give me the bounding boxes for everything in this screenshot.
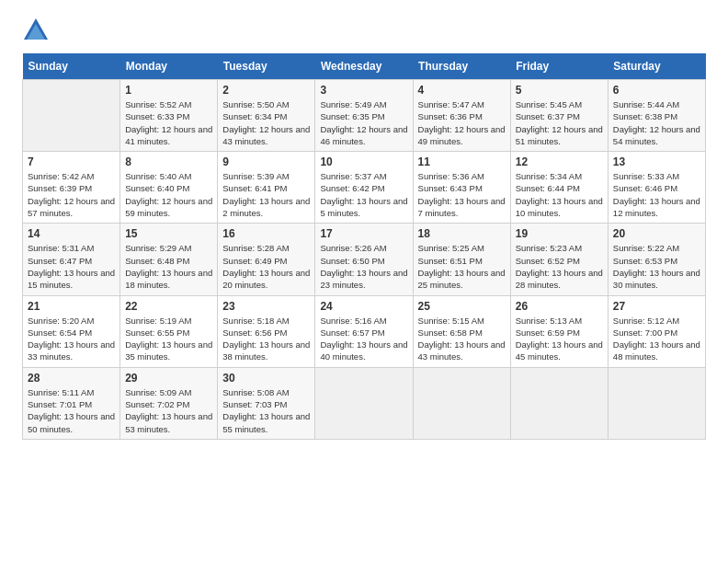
day-number: 6 [613,84,700,97]
day-info: Sunrise: 5:18 AMSunset: 6:56 PMDaylight:… [222,315,310,363]
header-saturday: Saturday [608,53,705,80]
calendar-cell: 13Sunrise: 5:33 AMSunset: 6:46 PMDayligh… [608,152,705,224]
weekday-header-row: Sunday Monday Tuesday Wednesday Thursday… [23,53,706,80]
day-info: Sunrise: 5:45 AMSunset: 6:37 PMDaylight:… [516,98,603,147]
day-number: 9 [222,155,310,168]
calendar-cell: 15Sunrise: 5:29 AMSunset: 6:48 PMDayligh… [120,224,218,295]
calendar-cell: 20Sunrise: 5:22 AMSunset: 6:53 PMDayligh… [608,224,705,295]
calendar-cell: 18Sunrise: 5:25 AMSunset: 6:51 PMDayligh… [413,224,510,295]
calendar-cell: 7Sunrise: 5:42 AMSunset: 6:39 PMDaylight… [23,152,120,224]
day-info: Sunrise: 5:11 AMSunset: 7:01 PMDaylight:… [28,386,115,435]
day-number: 7 [28,155,115,168]
day-number: 20 [613,227,700,240]
calendar-cell: 17Sunrise: 5:26 AMSunset: 6:50 PMDayligh… [315,224,413,295]
calendar-cell: 30Sunrise: 5:08 AMSunset: 7:03 PMDayligh… [218,367,315,439]
calendar-cell: 10Sunrise: 5:37 AMSunset: 6:42 PMDayligh… [315,152,413,224]
day-info: Sunrise: 5:26 AMSunset: 6:50 PMDaylight:… [320,242,407,291]
day-info: Sunrise: 5:25 AMSunset: 6:51 PMDaylight:… [418,242,506,291]
day-number: 27 [613,300,700,313]
day-number: 16 [222,227,310,240]
header-friday: Friday [510,53,608,80]
day-number: 8 [125,155,212,168]
day-info: Sunrise: 5:19 AMSunset: 6:55 PMDaylight:… [125,315,212,363]
day-info: Sunrise: 5:42 AMSunset: 6:39 PMDaylight:… [28,170,115,219]
calendar-row: 7Sunrise: 5:42 AMSunset: 6:39 PMDaylight… [23,152,706,224]
day-info: Sunrise: 5:44 AMSunset: 6:38 PMDaylight:… [613,98,700,147]
calendar-cell: 29Sunrise: 5:09 AMSunset: 7:02 PMDayligh… [120,367,218,439]
day-info: Sunrise: 5:40 AMSunset: 6:40 PMDaylight:… [125,170,212,219]
page-header [0,0,728,53]
calendar-row: 28Sunrise: 5:11 AMSunset: 7:01 PMDayligh… [23,367,706,439]
day-info: Sunrise: 5:34 AMSunset: 6:44 PMDaylight:… [516,170,603,219]
day-number: 12 [516,155,603,168]
calendar-cell: 19Sunrise: 5:23 AMSunset: 6:52 PMDayligh… [510,224,608,295]
calendar-cell: 12Sunrise: 5:34 AMSunset: 6:44 PMDayligh… [510,152,608,224]
day-number: 13 [613,155,700,168]
day-info: Sunrise: 5:09 AMSunset: 7:02 PMDaylight:… [125,386,212,435]
calendar-cell: 3Sunrise: 5:49 AMSunset: 6:35 PMDaylight… [315,80,413,152]
calendar-cell [608,367,705,439]
header-monday: Monday [120,53,218,80]
calendar-cell: 6Sunrise: 5:44 AMSunset: 6:38 PMDaylight… [608,80,705,152]
day-number: 19 [516,227,603,240]
logo-icon [22,17,50,44]
calendar-table: Sunday Monday Tuesday Wednesday Thursday… [22,53,706,440]
day-number: 3 [320,84,407,97]
calendar-cell: 14Sunrise: 5:31 AMSunset: 6:47 PMDayligh… [23,224,120,295]
calendar-cell: 26Sunrise: 5:13 AMSunset: 6:59 PMDayligh… [510,295,608,367]
day-number: 25 [418,300,506,313]
day-info: Sunrise: 5:31 AMSunset: 6:47 PMDaylight:… [28,242,115,291]
day-info: Sunrise: 5:39 AMSunset: 6:41 PMDaylight:… [222,170,310,219]
day-number: 30 [222,372,310,385]
day-info: Sunrise: 5:12 AMSunset: 7:00 PMDaylight:… [613,315,700,363]
calendar-cell: 16Sunrise: 5:28 AMSunset: 6:49 PMDayligh… [218,224,315,295]
calendar-cell [510,367,608,439]
day-info: Sunrise: 5:37 AMSunset: 6:42 PMDaylight:… [320,170,407,219]
calendar-cell: 4Sunrise: 5:47 AMSunset: 6:36 PMDaylight… [413,80,510,152]
day-info: Sunrise: 5:49 AMSunset: 6:35 PMDaylight:… [320,98,407,147]
day-number: 14 [28,227,115,240]
day-number: 11 [418,155,506,168]
calendar-row: 14Sunrise: 5:31 AMSunset: 6:47 PMDayligh… [23,224,706,295]
calendar-container: Sunday Monday Tuesday Wednesday Thursday… [0,53,728,456]
day-number: 28 [28,372,115,385]
calendar-cell: 5Sunrise: 5:45 AMSunset: 6:37 PMDaylight… [510,80,608,152]
day-info: Sunrise: 5:23 AMSunset: 6:52 PMDaylight:… [516,242,603,291]
calendar-cell: 25Sunrise: 5:15 AMSunset: 6:58 PMDayligh… [413,295,510,367]
day-number: 22 [125,300,212,313]
day-info: Sunrise: 5:16 AMSunset: 6:57 PMDaylight:… [320,315,407,363]
day-info: Sunrise: 5:22 AMSunset: 6:53 PMDaylight:… [613,242,700,291]
calendar-cell: 23Sunrise: 5:18 AMSunset: 6:56 PMDayligh… [218,295,315,367]
day-info: Sunrise: 5:47 AMSunset: 6:36 PMDaylight:… [418,98,506,147]
day-info: Sunrise: 5:50 AMSunset: 6:34 PMDaylight:… [222,98,310,147]
calendar-cell: 24Sunrise: 5:16 AMSunset: 6:57 PMDayligh… [315,295,413,367]
day-number: 10 [320,155,407,168]
day-info: Sunrise: 5:29 AMSunset: 6:48 PMDaylight:… [125,242,212,291]
calendar-cell [315,367,413,439]
calendar-cell [23,80,120,152]
calendar-cell: 1Sunrise: 5:52 AMSunset: 6:33 PMDaylight… [120,80,218,152]
calendar-row: 21Sunrise: 5:20 AMSunset: 6:54 PMDayligh… [23,295,706,367]
day-number: 1 [125,84,212,97]
calendar-row: 1Sunrise: 5:52 AMSunset: 6:33 PMDaylight… [23,80,706,152]
header-thursday: Thursday [413,53,510,80]
calendar-cell: 9Sunrise: 5:39 AMSunset: 6:41 PMDaylight… [218,152,315,224]
calendar-cell: 2Sunrise: 5:50 AMSunset: 6:34 PMDaylight… [218,80,315,152]
calendar-cell: 28Sunrise: 5:11 AMSunset: 7:01 PMDayligh… [23,367,120,439]
calendar-cell: 8Sunrise: 5:40 AMSunset: 6:40 PMDaylight… [120,152,218,224]
day-info: Sunrise: 5:13 AMSunset: 6:59 PMDaylight:… [516,315,603,363]
day-number: 29 [125,372,212,385]
calendar-cell: 21Sunrise: 5:20 AMSunset: 6:54 PMDayligh… [23,295,120,367]
day-number: 23 [222,300,310,313]
calendar-cell: 27Sunrise: 5:12 AMSunset: 7:00 PMDayligh… [608,295,705,367]
day-number: 2 [222,84,310,97]
day-number: 15 [125,227,212,240]
day-info: Sunrise: 5:08 AMSunset: 7:03 PMDaylight:… [222,386,310,435]
day-info: Sunrise: 5:33 AMSunset: 6:46 PMDaylight:… [613,170,700,219]
day-number: 24 [320,300,407,313]
calendar-cell: 11Sunrise: 5:36 AMSunset: 6:43 PMDayligh… [413,152,510,224]
day-info: Sunrise: 5:28 AMSunset: 6:49 PMDaylight:… [222,242,310,291]
day-number: 5 [516,84,603,97]
day-info: Sunrise: 5:36 AMSunset: 6:43 PMDaylight:… [418,170,506,219]
header-sunday: Sunday [23,53,120,80]
